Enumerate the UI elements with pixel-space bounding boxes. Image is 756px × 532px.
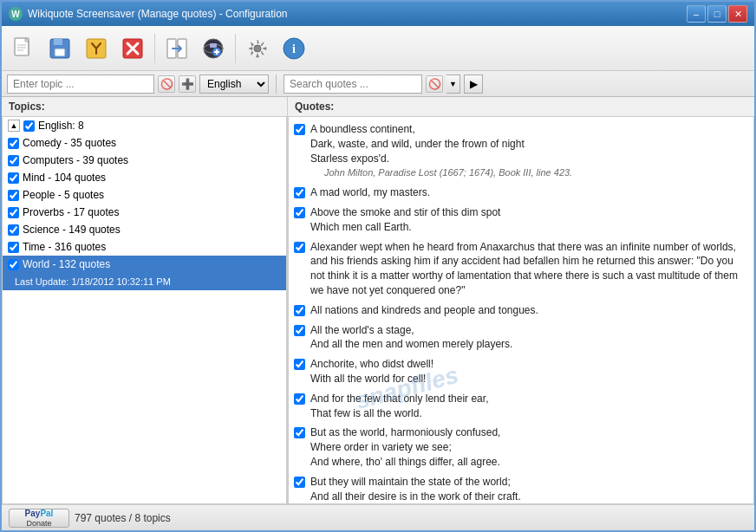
topic-science-checkbox[interactable] xyxy=(8,224,19,236)
close-button[interactable]: ✕ xyxy=(728,5,747,23)
topic-comedy-label: Comedy - 35 quotes xyxy=(23,137,116,149)
quote-checkbox[interactable] xyxy=(294,393,305,405)
svg-rect-5 xyxy=(54,39,62,45)
right-panel: Quotes: A boundless continent, Dark, was… xyxy=(288,97,754,504)
quote-text: A mad world, my masters. xyxy=(310,185,430,200)
topic-science[interactable]: Science - 149 quotes xyxy=(3,221,286,238)
topic-time[interactable]: Time - 316 quotes xyxy=(3,238,286,256)
topic-comedy[interactable]: Comedy - 35 quotes xyxy=(3,134,286,152)
topic-english-label: English: 8 xyxy=(38,120,84,132)
minimize-button[interactable]: – xyxy=(687,5,706,23)
quote-checkbox[interactable] xyxy=(294,325,305,336)
toolbar: i xyxy=(2,26,754,71)
import-button[interactable] xyxy=(160,32,193,65)
quote-checkbox[interactable] xyxy=(294,477,305,488)
settings-button[interactable] xyxy=(241,32,274,65)
topic-computers-label: Computers - 39 quotes xyxy=(23,154,128,166)
status-bar: PayPalDonate 797 quotes / 8 topics xyxy=(2,504,754,530)
topic-mind[interactable]: Mind - 104 quotes xyxy=(3,169,286,186)
quote-checkbox[interactable] xyxy=(294,427,305,438)
collapse-button[interactable]: ▲ xyxy=(8,120,20,132)
status-text: 797 quotes / 8 topics xyxy=(75,512,171,524)
quote-item: Above the smoke and stir of this dim spo… xyxy=(292,204,750,237)
topic-mind-checkbox[interactable] xyxy=(8,172,19,184)
topic-world-label: World - 132 quotes xyxy=(23,258,110,270)
quote-text: Anchorite, who didst dwell! With all the… xyxy=(310,357,433,386)
topic-people[interactable]: People - 5 quotes xyxy=(3,186,286,204)
new-button[interactable] xyxy=(7,32,40,65)
save-button[interactable] xyxy=(43,32,76,65)
search-dropdown-button[interactable]: ▼ xyxy=(446,75,460,94)
title-bar-left: W Wikiquote Screensaver (Manage quotes) … xyxy=(9,7,287,21)
quote-checkbox[interactable] xyxy=(294,359,305,370)
quote-item: And for the few that only lend their ear… xyxy=(292,390,750,423)
quote-checkbox[interactable] xyxy=(294,187,305,198)
export-button[interactable] xyxy=(197,32,230,65)
topic-comedy-checkbox[interactable] xyxy=(8,138,19,149)
app-icon: W xyxy=(9,7,23,21)
topic-proverbs-label: Proverbs - 17 quotes xyxy=(23,206,119,218)
svg-text:i: i xyxy=(292,42,296,55)
quote-item: All the world's a stage, And all the men… xyxy=(292,321,750,354)
search-clear-button[interactable]: 🚫 xyxy=(426,75,443,93)
search-go-button[interactable]: ▶ xyxy=(464,75,483,94)
language-select[interactable]: English xyxy=(199,75,269,94)
quotes-header: Quotes: xyxy=(288,97,754,116)
quote-item: A mad world, my masters. xyxy=(292,184,750,202)
topic-world-update-label: Last Update: 1/18/2012 10:32:11 PM xyxy=(15,276,171,287)
quote-item: But as the world, harmoniously confused,… xyxy=(292,424,750,470)
topic-clear-button[interactable]: 🚫 xyxy=(158,75,175,93)
toolbar-separator-1 xyxy=(154,34,155,63)
topic-computers-checkbox[interactable] xyxy=(8,155,19,166)
cut-button[interactable] xyxy=(80,32,113,65)
quote-item: Alexander wept when he heard from Anaxar… xyxy=(292,238,750,300)
quote-text: A boundless continent, Dark, waste, and … xyxy=(310,122,572,180)
topic-people-label: People - 5 quotes xyxy=(23,189,104,201)
topic-computers[interactable]: Computers - 39 quotes xyxy=(3,152,286,169)
toolbar-separator-2 xyxy=(235,34,236,63)
quote-text: All the world's a stage, And all the men… xyxy=(310,323,512,353)
title-bar: W Wikiquote Screensaver (Manage quotes) … xyxy=(2,2,754,26)
svg-rect-6 xyxy=(55,49,65,56)
quote-text: Above the smoke and stir of this dim spo… xyxy=(310,205,500,235)
topic-people-checkbox[interactable] xyxy=(8,190,19,201)
delete-button[interactable] xyxy=(116,32,149,65)
quote-item: A boundless continent, Dark, waste, and … xyxy=(292,120,750,182)
quote-item: Anchorite, who didst dwell! With all the… xyxy=(292,355,750,388)
topic-time-label: Time - 316 quotes xyxy=(23,241,106,253)
quote-text: But they will maintain the state of the … xyxy=(310,475,521,504)
quote-item: But they will maintain the state of the … xyxy=(292,473,750,504)
quote-text: And for the few that only lend their ear… xyxy=(310,392,488,421)
topic-english-header[interactable]: ▲ English: 8 xyxy=(3,117,286,134)
search-bar: 🚫 ➕ English 🚫 ▼ ▶ xyxy=(2,71,754,97)
paypal-donate-button[interactable]: PayPalDonate xyxy=(9,509,69,528)
main-content: snapfiles Topics: ▲ English: 8 Comedy - … xyxy=(2,97,754,504)
topic-time-checkbox[interactable] xyxy=(8,242,19,253)
svg-point-20 xyxy=(254,45,261,52)
left-panel: Topics: ▲ English: 8 Comedy - 35 quotes … xyxy=(2,97,288,504)
quote-checkbox[interactable] xyxy=(294,207,305,218)
maximize-button[interactable]: □ xyxy=(707,5,727,23)
topic-science-label: Science - 149 quotes xyxy=(23,224,121,236)
quote-checkbox[interactable] xyxy=(294,124,305,135)
topics-list[interactable]: ▲ English: 8 Comedy - 35 quotes Computer… xyxy=(2,116,287,504)
quote-item: All nations and kindreds and people and … xyxy=(292,302,750,320)
topic-world-checkbox[interactable] xyxy=(8,259,19,270)
topic-english-checkbox[interactable] xyxy=(23,120,35,132)
search-bar-separator xyxy=(276,75,277,94)
quotes-list[interactable]: A boundless continent, Dark, waste, and … xyxy=(288,116,754,504)
quote-checkbox[interactable] xyxy=(294,305,305,316)
info-button[interactable]: i xyxy=(277,32,310,65)
search-input[interactable] xyxy=(284,75,422,94)
topic-proverbs-checkbox[interactable] xyxy=(8,207,19,218)
quote-attribution: John Milton, Paradise Lost (1667; 1674),… xyxy=(310,167,572,178)
topic-proverbs[interactable]: Proverbs - 17 quotes xyxy=(3,204,286,221)
topic-add-button[interactable]: ➕ xyxy=(179,75,196,93)
quote-text: All nations and kindreds and people and … xyxy=(310,303,538,318)
topic-world[interactable]: World - 132 quotes xyxy=(3,256,286,273)
quote-checkbox[interactable] xyxy=(294,242,305,253)
topic-mind-label: Mind - 104 quotes xyxy=(23,172,106,184)
title-controls: – □ ✕ xyxy=(687,5,747,23)
svg-rect-16 xyxy=(210,43,217,48)
topic-input[interactable] xyxy=(7,75,154,94)
